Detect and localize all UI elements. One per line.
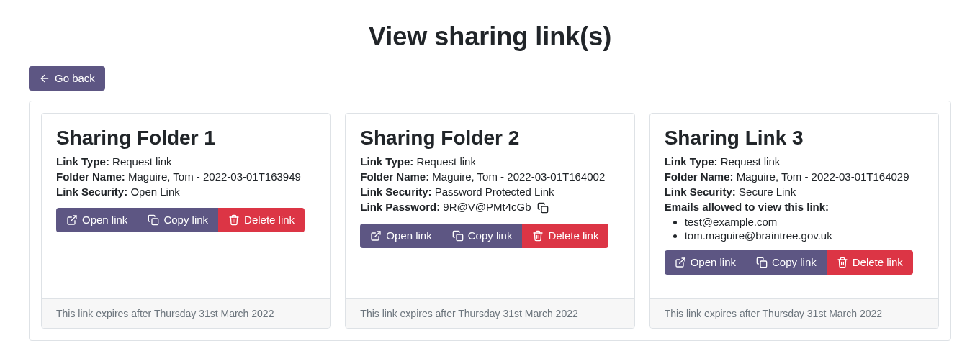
delete-link-button[interactable]: Delete link — [522, 224, 608, 248]
sharing-card: Sharing Folder 1 Link Type: Request link… — [41, 113, 331, 329]
folder-name-label: Folder Name: — [56, 170, 125, 183]
link-security-line: Link Security: Password Protected Link — [360, 186, 619, 198]
page-title: View sharing link(s) — [29, 22, 951, 52]
svg-line-6 — [679, 258, 684, 263]
copy-icon — [148, 214, 159, 226]
list-item: test@example.com — [685, 216, 924, 228]
folder-name-line: Folder Name: Maguire, Tom - 2022-03-01T1… — [360, 170, 619, 183]
copy-password-button[interactable] — [537, 202, 549, 214]
copy-link-label: Copy link — [163, 214, 208, 227]
card-expiry: This link expires after Thursday 31st Ma… — [346, 298, 634, 328]
link-security-value: Password Protected Link — [435, 186, 554, 198]
list-item: tom.maguire@braintree.gov.uk — [685, 229, 924, 242]
card-actions: Open link Copy link Delete link — [56, 208, 305, 232]
folder-name-value: Maguire, Tom - 2022-03-01T163949 — [128, 170, 301, 183]
folder-name-line: Folder Name: Maguire, Tom - 2022-03-01T1… — [56, 170, 315, 183]
card-expiry: This link expires after Thursday 31st Ma… — [650, 298, 938, 328]
link-type-label: Link Type: — [56, 155, 109, 168]
card-actions: Open link Copy link Delete link — [360, 224, 608, 248]
arrow-left-icon — [39, 73, 50, 84]
svg-line-4 — [375, 232, 380, 237]
open-link-button[interactable]: Open link — [665, 250, 746, 275]
link-password-label: Link Password: — [360, 201, 440, 213]
card-title: Sharing Folder 1 — [56, 127, 315, 150]
link-type-line: Link Type: Request link — [665, 155, 924, 168]
link-type-line: Link Type: Request link — [56, 155, 315, 168]
link-security-value: Open Link — [130, 186, 179, 198]
link-type-line: Link Type: Request link — [360, 155, 619, 168]
link-security-label: Link Security: — [56, 186, 127, 198]
folder-name-line: Folder Name: Maguire, Tom - 2022-03-01T1… — [665, 170, 924, 183]
link-type-label: Link Type: — [665, 155, 718, 168]
open-link-button[interactable]: Open link — [360, 224, 441, 248]
copy-link-button[interactable]: Copy link — [746, 250, 827, 275]
card-title: Sharing Folder 2 — [360, 127, 619, 150]
svg-rect-2 — [152, 219, 158, 225]
svg-rect-3 — [541, 206, 548, 213]
link-type-value: Request link — [721, 155, 781, 168]
svg-rect-7 — [760, 261, 767, 268]
copy-link-label: Copy link — [772, 256, 817, 269]
copy-icon — [537, 202, 549, 214]
copy-link-label: Copy link — [468, 229, 513, 242]
folder-name-value: Maguire, Tom - 2022-03-01T164002 — [432, 170, 605, 183]
external-link-icon — [675, 257, 686, 268]
delete-link-label: Delete link — [548, 229, 598, 242]
open-link-label: Open link — [82, 214, 127, 227]
link-security-label: Link Security: — [665, 186, 736, 198]
open-link-label: Open link — [386, 229, 431, 242]
sharing-card: Sharing Link 3 Link Type: Request link F… — [649, 113, 939, 329]
card-actions: Open link Copy link Delete link — [665, 250, 913, 275]
copy-icon — [452, 230, 464, 242]
link-password-line: Link Password: 9R@V@PMt4cGb — [360, 201, 619, 214]
emails-allowed-label: Emails allowed to view this link: — [665, 201, 829, 213]
go-back-button[interactable]: Go back — [29, 66, 105, 91]
sharing-card: Sharing Folder 2 Link Type: Request link… — [345, 113, 634, 329]
copy-link-button[interactable]: Copy link — [442, 224, 523, 248]
delete-link-button[interactable]: Delete link — [218, 208, 305, 232]
link-security-line: Link Security: Secure Link — [665, 186, 924, 198]
emails-list: test@example.com tom.maguire@braintree.g… — [665, 216, 924, 242]
trash-icon — [228, 214, 240, 226]
svg-line-1 — [71, 216, 76, 221]
link-type-value: Request link — [112, 155, 172, 168]
link-security-label: Link Security: — [360, 186, 431, 198]
cards-container: Sharing Folder 1 Link Type: Request link… — [29, 101, 951, 341]
open-link-button[interactable]: Open link — [56, 208, 138, 232]
folder-name-label: Folder Name: — [665, 170, 734, 183]
external-link-icon — [370, 230, 382, 242]
link-security-value: Secure Link — [739, 186, 796, 198]
delete-link-button[interactable]: Delete link — [827, 250, 913, 275]
delete-link-label: Delete link — [853, 256, 903, 269]
link-type-label: Link Type: — [360, 155, 413, 168]
external-link-icon — [66, 214, 78, 226]
link-type-value: Request link — [416, 155, 476, 168]
copy-link-button[interactable]: Copy link — [138, 208, 218, 232]
svg-rect-5 — [457, 234, 463, 241]
card-expiry: This link expires after Thursday 31st Ma… — [42, 298, 330, 328]
folder-name-label: Folder Name: — [360, 170, 429, 183]
card-title: Sharing Link 3 — [665, 127, 924, 150]
cards-grid: Sharing Folder 1 Link Type: Request link… — [41, 113, 939, 329]
link-password-value: 9R@V@PMt4cGb — [443, 201, 531, 213]
trash-icon — [837, 257, 848, 268]
link-security-line: Link Security: Open Link — [56, 186, 315, 198]
go-back-label: Go back — [55, 72, 95, 85]
trash-icon — [532, 230, 544, 242]
delete-link-label: Delete link — [244, 214, 295, 227]
emails-allowed-line: Emails allowed to view this link: — [665, 201, 924, 213]
copy-icon — [756, 257, 768, 268]
folder-name-value: Maguire, Tom - 2022-03-01T164029 — [737, 170, 909, 183]
open-link-label: Open link — [691, 256, 736, 269]
